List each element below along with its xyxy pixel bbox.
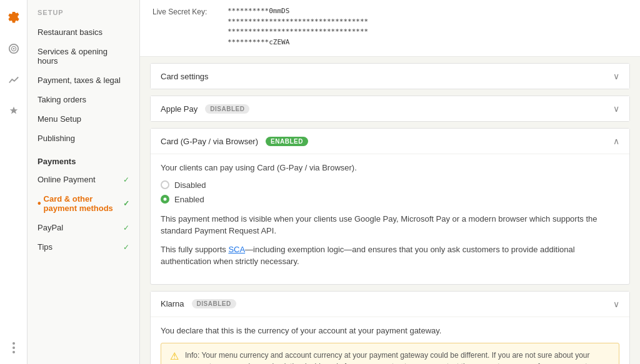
apple-pay-header[interactable]: Apple Pay DISABLED ∨ (151, 96, 629, 121)
apple-pay-accordion: Apple Pay DISABLED ∨ (150, 96, 630, 122)
card-gpay-accordion: Card (G-Pay / via Browser) ENABLED ∧ You… (150, 128, 630, 285)
sca-link[interactable]: SCA (228, 245, 245, 254)
plugin-icon-item[interactable] (4, 101, 24, 121)
sidebar-item-menu-setup[interactable]: Menu Setup (28, 109, 139, 129)
target-icon-item[interactable] (4, 39, 24, 59)
radio-enabled-item[interactable]: Enabled (161, 195, 619, 204)
card-gpay-body: Your clients can pay using Card (G-Pay /… (151, 154, 629, 284)
card-gpay-description: Your clients can pay using Card (G-Pay /… (161, 162, 619, 174)
sidebar: SETUP Restaurant basics Services & openi… (28, 0, 140, 364)
sidebar-item-payment-taxes[interactable]: Payment, taxes & legal (28, 71, 139, 90)
secret-key-value: **********0mmDS ************************… (228, 6, 368, 47)
online-payment-check: ✓ (123, 175, 129, 184)
card-gpay-title: Card (G-Pay / via Browser) (161, 137, 258, 146)
sidebar-item-tips[interactable]: Tips ✓ (28, 237, 139, 257)
card-settings-header[interactable]: Card settings ∨ (151, 64, 629, 89)
klarna-accordion: Klarna DISABLED ∨ You declare that this … (150, 291, 630, 365)
sidebar-item-services[interactable]: Services & opening hours (28, 42, 139, 71)
card-settings-accordion: Card settings ∨ (150, 63, 630, 89)
radio-disabled-label: Disabled (174, 180, 206, 190)
secret-key-label: Live Secret Key: (152, 6, 221, 16)
payments-section-label: Payments (28, 148, 139, 170)
radio-enabled-circle[interactable] (161, 195, 169, 204)
sidebar-item-publishing[interactable]: Publishing (28, 129, 139, 148)
icon-bar (0, 0, 28, 364)
sidebar-item-taking-orders[interactable]: Taking orders (28, 90, 139, 109)
radio-enabled-label: Enabled (174, 195, 204, 204)
klarna-title: Klarna (161, 299, 184, 308)
apple-pay-title: Apple Pay (161, 104, 198, 114)
gpay-info-text2: This fully supports SCA—including exempt… (161, 243, 619, 268)
card-gpay-chevron: ∧ (613, 136, 619, 146)
secret-key-area: Live Secret Key: **********0mmDS *******… (140, 0, 640, 57)
chart-icon-item[interactable] (4, 70, 24, 90)
right-panel: Live Secret Key: **********0mmDS *******… (140, 0, 640, 364)
klarna-body: You declare that this is the currency of… (151, 317, 629, 365)
card-other-check: ✓ (123, 199, 129, 208)
klarna-currency-text: You declare that this is the currency of… (161, 325, 619, 337)
klarna-chevron: ∨ (613, 299, 619, 309)
more-icon-item[interactable] (4, 338, 24, 358)
card-gpay-status: ENABLED (266, 137, 308, 146)
card-gpay-radio-group: Disabled Enabled (161, 180, 619, 204)
apple-pay-status: DISABLED (205, 104, 249, 114)
sidebar-item-restaurant-basics[interactable]: Restaurant basics (28, 22, 139, 42)
apple-pay-chevron: ∨ (613, 104, 619, 114)
card-settings-title: Card settings (161, 72, 209, 81)
gear-icon-item[interactable] (4, 7, 24, 27)
setup-label: SETUP (28, 9, 139, 22)
klarna-header[interactable]: Klarna DISABLED ∨ (151, 292, 629, 317)
klarna-warning-text: Info: Your menu currency and account cur… (185, 350, 610, 364)
klarna-warning-box: ⚠ Info: Your menu currency and account c… (161, 343, 619, 364)
tips-check: ✓ (123, 243, 129, 252)
card-settings-chevron: ∨ (613, 71, 619, 81)
sidebar-item-paypal[interactable]: PayPal ✓ (28, 218, 139, 237)
klarna-status: DISABLED (192, 299, 236, 308)
sidebar-item-card-other[interactable]: • Card & other payment methods ✓ (28, 189, 139, 218)
radio-disabled-item[interactable]: Disabled (161, 180, 619, 190)
svg-point-2 (12, 48, 14, 50)
warning-icon: ⚠ (170, 350, 179, 362)
active-dot: • (38, 198, 41, 209)
card-gpay-header[interactable]: Card (G-Pay / via Browser) ENABLED ∧ (151, 129, 629, 154)
gpay-info-text1: This payment method is visible when your… (161, 213, 619, 237)
radio-disabled-circle[interactable] (161, 180, 169, 189)
paypal-check: ✓ (123, 224, 129, 232)
sidebar-item-online-payment[interactable]: Online Payment ✓ (28, 170, 139, 189)
